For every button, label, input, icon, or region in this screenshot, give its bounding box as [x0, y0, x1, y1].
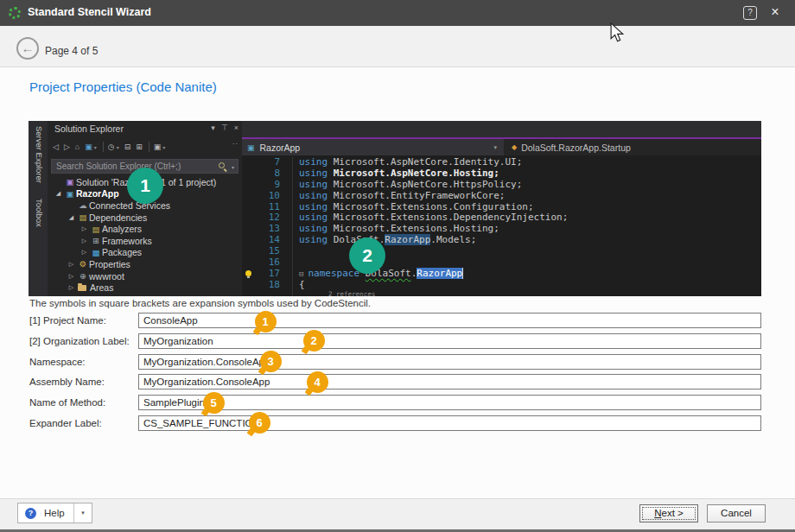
tree-expander-icon: ▷: [66, 273, 77, 280]
titlebar-help-icon[interactable]: ?: [743, 6, 757, 20]
tree-item-label: Analyzers: [102, 224, 142, 234]
tree-item-label: Dependencies: [89, 212, 147, 223]
mouse-cursor: [610, 22, 624, 42]
chevron-down-icon: ▾: [211, 124, 215, 132]
help-dropdown-button[interactable]: ▾: [73, 504, 92, 522]
help-button-label: Help: [44, 508, 65, 518]
cloud-icon: ☁: [77, 200, 89, 210]
code-line-15: 15: [242, 246, 761, 257]
activity-tab-server-explorer: Server Explorer: [32, 126, 44, 183]
tree-expander-icon: ▷: [66, 284, 77, 291]
field-input-2-organization-label[interactable]: [138, 333, 761, 349]
tree-item-wwwroot[interactable]: ▷⊕wwwroot: [48, 270, 242, 282]
field-input-namespace[interactable]: [138, 354, 761, 370]
tree-item-dependencies[interactable]: ◢▤Dependencies: [48, 212, 242, 224]
tree-expander-icon: ▷: [79, 238, 90, 244]
field-label-1-project-name: [1] Project Name:: [29, 315, 106, 326]
tree-expander-icon: ◢: [53, 190, 64, 197]
field-input-assembly-name[interactable]: [138, 374, 761, 390]
field-label-namespace: Namespace:: [29, 357, 86, 367]
tree-expander-icon: ◢: [66, 214, 77, 221]
wrench-icon: ⚙: [77, 259, 89, 269]
code-lens-references: 2 references: [242, 291, 761, 296]
next-button[interactable]: Next >: [639, 504, 698, 522]
help-split-button[interactable]: ? Help ▾: [17, 503, 92, 523]
line-number: 12: [242, 212, 292, 224]
home-icon[interactable]: ⌂: [75, 142, 80, 151]
tree-item-label: Areas: [90, 282, 113, 293]
tree-item-properties[interactable]: ▷⚙Properties: [48, 258, 242, 270]
code-text: using DolaSoft.RazorApp.Models;: [292, 235, 476, 246]
field-label-2-organization-label: [2] Organization Label:: [29, 336, 130, 346]
preview-selected-items-icon[interactable]: ▣▾: [154, 142, 166, 151]
tree-item-label: Properties: [89, 259, 130, 269]
activity-tab-toolbox: Toolbox: [32, 199, 44, 227]
field-label-assembly-name: Assembly Name:: [29, 377, 105, 387]
code-line-14: 14using DolaSoft.RazorApp.Models;: [242, 235, 761, 246]
tree-expander-icon: ▷: [66, 261, 77, 268]
field-label-name-of-method: Name of Method:: [29, 397, 105, 408]
field-input-name-of-method[interactable]: [138, 395, 761, 410]
dependencies-icon: ▤: [77, 212, 89, 222]
back-button[interactable]: ←: [16, 37, 39, 60]
collapse-all-icon[interactable]: ⊟: [124, 142, 131, 151]
page-title: Project Properties (Code Nanite): [29, 79, 217, 94]
line-number: 18: [242, 280, 292, 291]
close-icon: ×: [234, 124, 238, 132]
pending-changes-filter-icon[interactable]: ◷▾: [108, 142, 119, 151]
editor-breadcrumb: ◆ DolaSoft.RazorApp.Startup: [505, 139, 761, 155]
solution-explorer-titlebar: Solution Explorer ▾⊤×: [48, 121, 242, 137]
tree-item-frameworks[interactable]: ▷⊞Frameworks: [48, 235, 242, 247]
project-icon: ▣: [64, 189, 76, 199]
tree-item-analyzers[interactable]: ▷▤Analyzers: [48, 223, 242, 235]
back-icon[interactable]: ◁: [53, 142, 59, 151]
code-text: [292, 257, 299, 269]
tree-item-areas[interactable]: ▷Areas: [48, 282, 242, 294]
chevron-down-icon: ▾: [162, 144, 165, 150]
callout-1-tree: 1: [127, 168, 163, 204]
line-number: 13: [242, 224, 292, 235]
tree-item-label: RazorApp: [76, 188, 119, 199]
tree-item-label: Connected Services: [89, 200, 170, 211]
analyzers-icon: ▤: [90, 225, 102, 234]
show-all-files-icon[interactable]: ⊞: [136, 142, 143, 151]
tree-item-label: wwwroot: [89, 271, 124, 282]
line-number: 14: [242, 235, 292, 246]
editor-project-dropdown: ▣ RazorApp ▾: [242, 139, 504, 155]
folder-icon: [78, 285, 86, 291]
editor-navigation-bar: ▣ RazorApp ▾ ◆ DolaSoft.RazorApp.Startup: [242, 139, 761, 155]
field-input-expander-label[interactable]: [138, 415, 761, 431]
tree-item-label: Packages: [102, 247, 142, 257]
forward-icon[interactable]: ▷: [64, 142, 70, 151]
code-lines: 7using Microsoft.AspNetCore.Identity.UI;…: [242, 157, 761, 296]
line-number: 11: [242, 202, 292, 213]
code-text: [292, 246, 299, 257]
sync-with-active-document-icon[interactable]: ▣▾: [85, 142, 97, 151]
editor-top-strip: [242, 121, 761, 137]
vs-screenshot-image: Server ExplorerToolbox Solution Explorer…: [29, 121, 761, 296]
cancel-button[interactable]: Cancel: [707, 504, 766, 522]
close-icon[interactable]: ×: [767, 3, 783, 21]
vs-activity-bar: Server ExplorerToolbox: [29, 121, 48, 296]
callout-4: 4: [307, 371, 328, 393]
search-icon: [219, 162, 227, 171]
callout-2-code: 2: [349, 238, 385, 274]
toolbar-separator: [149, 142, 149, 152]
line-number: 8: [242, 168, 292, 180]
breadcrumb-label: DolaSoft.RazorApp.Startup: [521, 142, 631, 153]
line-number: 9: [242, 180, 292, 191]
tree-item-packages[interactable]: ▷▦Packages: [48, 247, 242, 259]
chevron-down-icon: ▾: [117, 144, 119, 150]
line-number: 15: [242, 246, 292, 257]
wizard-window: Standard Stencil Wizard ? × ← Page 4 of …: [0, 0, 795, 532]
tree-expander-icon: ▷: [79, 249, 90, 256]
editor-tab-label: RazorApp: [260, 142, 301, 153]
line-number: 7: [242, 157, 292, 168]
callout-6: 6: [249, 412, 270, 434]
callout-1: 1: [255, 311, 277, 332]
chevron-down-icon: ▾: [232, 164, 234, 170]
page-indicator: Page 4 of 5: [45, 45, 98, 57]
field-label-expander-label: Expander Label:: [29, 418, 102, 428]
field-input-1-project-name[interactable]: [138, 313, 761, 328]
code-line-18: 18{: [242, 280, 761, 291]
